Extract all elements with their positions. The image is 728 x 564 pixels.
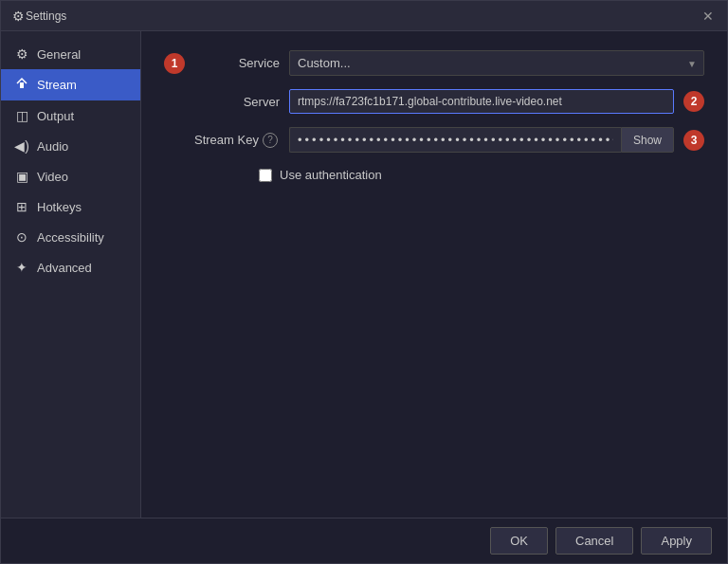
svg-rect-0 xyxy=(20,82,24,88)
titlebar: ⚙ Settings ✕ xyxy=(1,1,727,31)
main-content: 1 Service Custom... Twitch YouTube Faceb… xyxy=(141,31,727,518)
settings-icon: ⚙ xyxy=(10,9,26,24)
ok-button[interactable]: OK xyxy=(490,527,548,555)
advanced-icon: ✦ xyxy=(14,260,29,275)
sidebar-item-accessibility[interactable]: ⊙ Accessibility xyxy=(1,222,140,252)
use-auth-row: Use authentication xyxy=(259,168,704,182)
stream-key-input[interactable] xyxy=(289,127,621,153)
service-select-wrapper: Custom... Twitch YouTube Facebook ▼ xyxy=(289,50,704,76)
sidebar-label-hotkeys: Hotkeys xyxy=(37,200,82,214)
audio-icon: ◀) xyxy=(14,138,29,154)
service-select[interactable]: Custom... Twitch YouTube Facebook xyxy=(289,50,704,76)
sidebar-label-advanced: Advanced xyxy=(37,261,92,275)
output-icon: ◫ xyxy=(14,108,29,123)
cancel-button[interactable]: Cancel xyxy=(555,527,633,555)
stream-key-label-group: Stream Key ? xyxy=(194,133,280,148)
stream-key-label: Stream Key xyxy=(194,133,259,147)
sidebar-label-video: Video xyxy=(37,170,68,184)
settings-window: ⚙ Settings ✕ ⚙ General Stream ◫ Ou xyxy=(0,0,728,564)
sidebar-item-hotkeys[interactable]: ⊞ Hotkeys xyxy=(1,191,140,222)
close-button[interactable]: ✕ xyxy=(699,7,718,26)
service-label: Service xyxy=(194,56,280,70)
service-row: 1 Service Custom... Twitch YouTube Faceb… xyxy=(164,50,704,76)
video-icon: ▣ xyxy=(14,169,29,184)
apply-button[interactable]: Apply xyxy=(641,527,712,555)
sidebar-label-stream: Stream xyxy=(37,78,77,92)
accessibility-icon: ⊙ xyxy=(14,229,29,245)
stream-icon xyxy=(14,77,29,93)
server-input[interactable] xyxy=(289,89,674,114)
sidebar-label-output: Output xyxy=(37,109,74,123)
sidebar-item-advanced[interactable]: ✦ Advanced xyxy=(1,252,140,282)
sidebar-item-video[interactable]: ▣ Video xyxy=(1,161,140,191)
footer: OK Cancel Apply xyxy=(1,518,727,563)
hotkeys-icon: ⊞ xyxy=(14,199,29,214)
stream-key-help-icon[interactable]: ? xyxy=(263,133,278,148)
window-title: Settings xyxy=(26,9,699,23)
badge-1: 1 xyxy=(164,53,185,74)
stream-form: 1 Service Custom... Twitch YouTube Faceb… xyxy=(164,50,704,499)
sidebar-label-accessibility: Accessibility xyxy=(37,230,104,245)
sidebar-item-output[interactable]: ◫ Output xyxy=(1,100,140,131)
server-label: Server xyxy=(194,95,280,109)
sidebar-item-general[interactable]: ⚙ General xyxy=(1,39,140,69)
show-stream-key-button[interactable]: Show xyxy=(621,127,674,153)
use-auth-label[interactable]: Use authentication xyxy=(280,168,382,182)
sidebar-label-audio: Audio xyxy=(37,139,68,154)
sidebar-item-stream[interactable]: Stream xyxy=(1,69,140,100)
server-row: Server 2 xyxy=(164,89,704,114)
sidebar-label-general: General xyxy=(37,47,81,62)
badge-2: 2 xyxy=(683,91,704,112)
sidebar-item-audio[interactable]: ◀) Audio xyxy=(1,131,140,161)
sidebar: ⚙ General Stream ◫ Output ◀) Audio xyxy=(1,31,141,518)
general-icon: ⚙ xyxy=(14,46,29,62)
stream-key-row: Stream Key ? Show 3 xyxy=(164,127,704,153)
stream-key-wrapper: Show xyxy=(289,127,674,153)
use-auth-checkbox[interactable] xyxy=(259,169,272,182)
badge-3: 3 xyxy=(683,130,704,151)
content-area: ⚙ General Stream ◫ Output ◀) Audio xyxy=(1,31,727,518)
